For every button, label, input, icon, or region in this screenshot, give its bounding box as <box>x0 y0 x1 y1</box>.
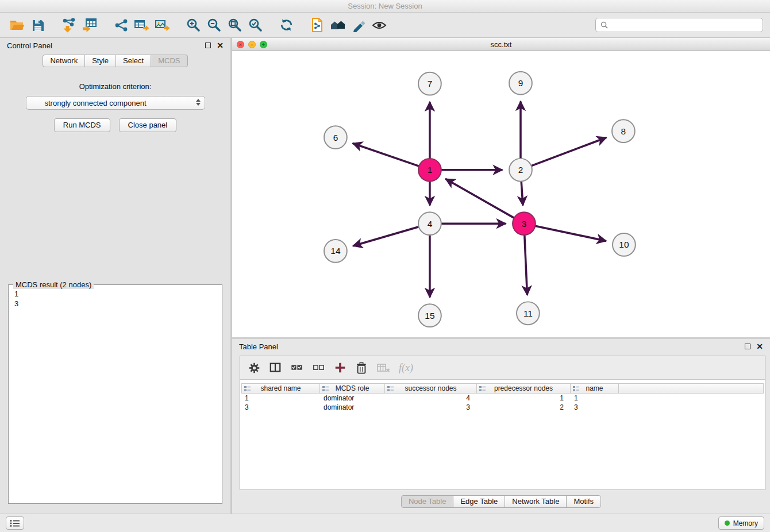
column-header-name[interactable]: name <box>571 383 619 394</box>
task-history-button[interactable] <box>6 516 24 530</box>
tab-network[interactable]: Network <box>43 55 85 67</box>
column-sort-icon <box>573 385 579 392</box>
close-table-panel-icon[interactable]: ✕ <box>756 344 763 349</box>
svg-text:2: 2 <box>518 165 523 175</box>
table-header-row: shared nameMCDS rolesuccessor nodesprede… <box>241 383 764 394</box>
column-header-predecessor-nodes[interactable]: predecessor nodes <box>477 383 571 394</box>
node-2[interactable]: 2 <box>509 159 532 182</box>
close-window-icon[interactable]: × <box>237 41 244 48</box>
node-8[interactable]: 8 <box>612 119 635 142</box>
close-panel-icon[interactable]: ✕ <box>217 43 224 48</box>
node-4[interactable]: 4 <box>418 212 441 235</box>
zoom-out-button[interactable] <box>203 16 224 35</box>
node-9[interactable]: 9 <box>509 72 532 95</box>
svg-text:11: 11 <box>523 309 533 318</box>
tab-edge-table[interactable]: Edge Table <box>453 495 505 508</box>
graph-svg[interactable]: 7968124314101511 <box>232 51 770 337</box>
float-panel-icon[interactable] <box>205 43 211 48</box>
minimize-window-icon[interactable]: − <box>248 41 256 48</box>
optimization-select[interactable]: strongly connected component <box>26 96 205 110</box>
edge-3-10[interactable] <box>536 226 605 241</box>
deselect-all-button[interactable] <box>312 361 325 374</box>
node-11[interactable]: 11 <box>517 302 540 325</box>
run-mcds-button[interactable]: Run MCDS <box>54 118 110 132</box>
table-settings-button[interactable] <box>248 362 260 374</box>
tab-select[interactable]: Select <box>116 55 151 67</box>
toolbar-search[interactable] <box>595 18 763 32</box>
zoom-fit-button[interactable] <box>224 16 245 35</box>
zoom-selected-button[interactable] <box>245 16 265 35</box>
table-cell: 2 <box>477 403 571 411</box>
tab-network-table[interactable]: Network Table <box>505 495 567 508</box>
close-panel-button[interactable]: Close panel <box>119 118 177 132</box>
edge-3-1[interactable] <box>446 179 513 218</box>
node-14[interactable]: 14 <box>324 240 347 263</box>
table-row[interactable]: 1dominator411 <box>241 394 764 403</box>
network-canvas[interactable]: 7968124314101511 <box>232 51 770 337</box>
select-all-button[interactable] <box>290 361 303 374</box>
style-brush-button[interactable] <box>348 16 369 35</box>
column-header-mcds-role[interactable]: MCDS role <box>320 383 385 394</box>
edge-3-11[interactable] <box>525 236 528 294</box>
node-table-frame: f(x) shared nameMCDS rolesuccessor nodes… <box>240 356 765 490</box>
delete-button[interactable] <box>355 361 368 375</box>
edge-2-3[interactable] <box>521 182 523 205</box>
network-share-button[interactable] <box>110 16 131 35</box>
refresh-button[interactable] <box>276 16 297 35</box>
function-builder-button[interactable]: f(x) <box>399 362 413 374</box>
add-button[interactable] <box>334 361 346 374</box>
svg-text:9: 9 <box>518 78 523 88</box>
export-image-button[interactable] <box>152 16 172 35</box>
float-table-panel-icon[interactable] <box>745 344 750 349</box>
tab-node-table[interactable]: Node Table <box>401 495 454 508</box>
open-folder-icon <box>9 18 25 32</box>
node-7[interactable]: 7 <box>418 72 441 95</box>
import-table-icon <box>82 17 98 33</box>
edge-2-8[interactable] <box>532 138 606 166</box>
export-table-button[interactable] <box>131 16 152 35</box>
tab-style[interactable]: Style <box>84 55 116 67</box>
task-list-icon <box>10 519 20 527</box>
open-session-button[interactable] <box>7 16 28 35</box>
node-3[interactable]: 3 <box>513 212 536 235</box>
edge-4-14[interactable] <box>353 227 418 246</box>
table-cell: dominator <box>320 403 385 411</box>
search-input[interactable] <box>611 21 758 29</box>
network-overview-button[interactable] <box>328 16 348 35</box>
share-document-button[interactable] <box>307 16 328 35</box>
export-image-icon <box>154 18 170 33</box>
node-15[interactable]: 15 <box>418 304 441 327</box>
column-header-shared-name[interactable]: shared name <box>241 383 320 394</box>
memory-button[interactable]: Memory <box>718 516 764 530</box>
network-window-titlebar[interactable]: × − + scc.txt <box>232 38 770 51</box>
show-columns-button[interactable] <box>269 361 282 374</box>
delete-columns-icon <box>376 361 390 374</box>
mcds-result-text[interactable]: 1 3 <box>9 285 222 313</box>
zoom-in-button[interactable] <box>183 16 203 35</box>
svg-text:3: 3 <box>522 219 527 229</box>
svg-text:14: 14 <box>330 246 341 256</box>
node-6[interactable]: 6 <box>324 126 347 149</box>
table-toolbar: f(x) <box>240 356 765 380</box>
show-graphics-button[interactable] <box>369 16 390 35</box>
mcds-panel: Optimization criterion: strongly connect… <box>0 70 230 284</box>
import-table-button[interactable] <box>79 16 100 35</box>
edge-1-6[interactable] <box>353 144 418 166</box>
svg-text:10: 10 <box>619 240 629 249</box>
maximize-window-icon[interactable]: + <box>260 41 267 48</box>
tab-motifs[interactable]: Motifs <box>566 495 601 508</box>
import-network-button[interactable] <box>59 16 79 35</box>
column-header-successor-nodes[interactable]: successor nodes <box>385 383 477 394</box>
node-10[interactable]: 10 <box>613 233 636 256</box>
tab-mcds[interactable]: MCDS <box>151 55 187 67</box>
deselect-all-icon <box>312 361 325 374</box>
optimization-value: strongly connected component <box>45 99 147 107</box>
node-1[interactable]: 1 <box>418 159 441 182</box>
save-session-button[interactable] <box>28 16 48 35</box>
table-row[interactable]: 3dominator323 <box>241 403 764 412</box>
window-titlebar[interactable]: Session: New Session <box>0 0 770 13</box>
status-bar: Memory <box>0 514 770 532</box>
refresh-icon <box>279 18 294 32</box>
svg-text:4: 4 <box>428 219 433 229</box>
delete-columns-button[interactable] <box>376 361 390 374</box>
